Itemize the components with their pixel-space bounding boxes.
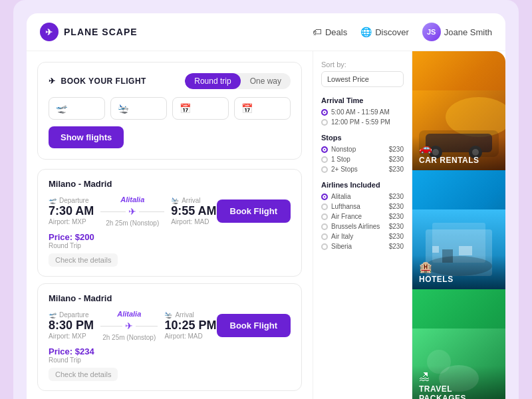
duration-2: 2h 25m (Nonstop) (102, 334, 156, 341)
airline-item-6[interactable]: Siberia $230 (321, 243, 404, 250)
departure-label-1: 🛫 Departure (49, 197, 94, 204)
depart-date-field[interactable]: 📅 (172, 97, 229, 120)
airlines-filter: Airlines Included Alitalia $230 Lufthans… (321, 181, 404, 250)
flight-card-2: Milano - Madrid 🛫 Departure 8:30 PM Airp… (37, 283, 302, 391)
nav-deals-label: Deals (325, 27, 347, 37)
arrival-label-2: 🛬 Arrival (164, 311, 216, 319)
arrival-icon-2: 🛬 (164, 311, 172, 319)
stops-filter: Stops Nonstop $230 1 Stop $230 (321, 134, 404, 173)
left-panel: ✈ BOOK YOUR FLIGHT Round trip One way 🛫 (27, 51, 313, 399)
promo-travel-packages[interactable]: 🏖 TRAVEL PACKAGES (412, 289, 505, 399)
price-block-1: Price: $200 Round Trip (49, 232, 94, 249)
airline-item-3-left: Air France (321, 213, 362, 220)
airline-item-5[interactable]: Air Italy $230 (321, 233, 404, 240)
from-field[interactable]: 🛫 (49, 97, 105, 120)
flight-line-2: ✈ (100, 321, 158, 331)
airline-item-5-left: Air Italy (321, 233, 353, 240)
departure-label-2: 🛫 Departure (49, 311, 94, 319)
flight-bottom-2: Price: $234 Round Trip (49, 346, 291, 364)
promo-car-rentals[interactable]: 🚗 CAR RENTALS (412, 51, 505, 170)
package-icon: 🏖 (419, 371, 499, 383)
departure-time-2: 8:30 PM (49, 319, 94, 332)
airline-item-2[interactable]: Lufthansa $230 (321, 203, 404, 210)
nav-deals[interactable]: 🏷 Deals (313, 27, 347, 37)
car-icon: 🚗 (419, 142, 499, 154)
check-details-1[interactable]: Check the details (49, 253, 118, 267)
search-title-text: BOOK YOUR FLIGHT (61, 76, 146, 86)
user-name: Joane Smith (444, 27, 492, 37)
flight-middle-2: Alitalia ✈ 2h 25m (Nonstop) (94, 310, 164, 341)
discover-icon: 🌐 (360, 27, 372, 37)
search-header: ✈ BOOK YOUR FLIGHT Round trip One way (49, 73, 291, 89)
avatar: JS (422, 23, 441, 41)
airline-label-6: Siberia (331, 243, 352, 250)
arrival-time-item-2[interactable]: 12:00 PM - 5:59 PM (321, 118, 404, 126)
promo-overlay-3: 🏖 TRAVEL PACKAGES (412, 366, 505, 399)
arrival-time-label-1: 5:00 AM - 11:59 AM (331, 108, 390, 116)
line-right-2 (136, 326, 158, 327)
app-container: ✈ PLANE SCAPE 🏷 Deals 🌐 Discover JS Joan… (13, 0, 519, 399)
stop-item-2[interactable]: 1 Stop $230 (321, 156, 404, 163)
trip-toggle: Round trip One way (185, 73, 291, 89)
check-details-2[interactable]: Check the details (49, 368, 118, 381)
departure-block-1: 🛫 Departure 7:30 AM Airport: MXP (49, 197, 94, 225)
return-date-field[interactable]: 📅 (234, 97, 291, 120)
show-flights-button[interactable]: Show flights (49, 126, 124, 148)
stop-item-3-left: 2+ Stops (321, 166, 358, 173)
search-inputs: 🛫 🛬 📅 📅 (49, 97, 291, 120)
airline-label-5: Air Italy (331, 233, 353, 240)
airline-label-1: Alitalia (331, 193, 350, 200)
arrival-airport-1: Airport: MAD (171, 218, 216, 225)
radio-stop-3 (321, 166, 328, 173)
duration-1: 2h 25m (Nonstop) (106, 219, 159, 227)
departure-icon-1: 🛫 (49, 197, 57, 204)
sort-select[interactable]: Lowest Price (321, 71, 404, 87)
flight-icon: ✈ (49, 76, 56, 86)
arrival-time-label-2: 12:00 PM - 5:59 PM (331, 118, 390, 126)
stop-label-2: 1 Stop (331, 156, 350, 163)
calendar-icon-return: 📅 (241, 103, 253, 114)
line-right-1 (139, 211, 164, 212)
departure-time-1: 7:30 AM (49, 204, 94, 218)
hotel-icon: 🏨 (419, 261, 499, 273)
airline-item-1[interactable]: Alitalia $230 (321, 193, 404, 200)
to-field[interactable]: 🛬 (110, 97, 167, 120)
airline-label-3: Air France (331, 213, 362, 220)
flight-details-1: 🛫 Departure 7:30 AM Airport: MXP Alitali… (49, 196, 291, 227)
search-section: ✈ BOOK YOUR FLIGHT Round trip One way 🛫 (37, 62, 302, 160)
stop-item-1-left: Nonstop (321, 146, 356, 153)
arrival-icon-1: 🛬 (171, 197, 179, 204)
main-card: ✈ PLANE SCAPE 🏷 Deals 🌐 Discover JS Joan… (27, 13, 505, 399)
svg-rect-13 (432, 246, 439, 253)
radio-airline-1 (321, 194, 328, 200)
one-way-button[interactable]: One way (241, 73, 291, 89)
radio-stop-1 (321, 146, 328, 153)
deals-icon: 🏷 (313, 27, 322, 37)
airline-item-2-left: Lufthansa (321, 203, 360, 210)
stop-item-3[interactable]: 2+ Stops $230 (321, 166, 404, 173)
airline-2: Alitalia (117, 310, 141, 318)
departure-icon-2: 🛫 (49, 311, 57, 319)
airline-label-2: Lufthansa (331, 203, 360, 210)
flight-route-2: Milano - Madrid (49, 293, 291, 303)
nav-discover[interactable]: 🌐 Discover (360, 27, 409, 37)
arrival-time-filter: Arrival Time 5:00 AM - 11:59 AM 12:00 PM… (321, 96, 404, 126)
header: ✈ PLANE SCAPE 🏷 Deals 🌐 Discover JS Joan… (27, 13, 505, 51)
stop-item-1[interactable]: Nonstop $230 (321, 146, 404, 153)
airline-item-3[interactable]: Air France $230 (321, 213, 404, 220)
user-profile[interactable]: JS Joane Smith (422, 23, 492, 41)
logo: ✈ PLANE SCAPE (40, 23, 138, 41)
airline-item-4[interactable]: Brussels Airlines $230 (321, 223, 404, 230)
line-left-2 (100, 326, 122, 327)
book-button-1[interactable]: Book Flight (217, 200, 291, 223)
plane-icon-1: ✈ (128, 206, 136, 217)
arrival-time-item-1[interactable]: 5:00 AM - 11:59 AM (321, 108, 404, 116)
arrival-time-item-2-left: 12:00 PM - 5:59 PM (321, 118, 390, 126)
round-trip-button[interactable]: Round trip (185, 73, 240, 89)
promo-hotels[interactable]: 🏨 HOTELS (412, 170, 505, 289)
price-1: Price: $200 (49, 232, 94, 242)
book-button-2[interactable]: Book Flight (217, 314, 291, 337)
flight-details-2: 🛫 Departure 8:30 PM Airport: MXP Alitali… (49, 310, 291, 341)
airline-price-3: $230 (389, 213, 404, 220)
departure-icon: 🛫 (56, 103, 67, 114)
